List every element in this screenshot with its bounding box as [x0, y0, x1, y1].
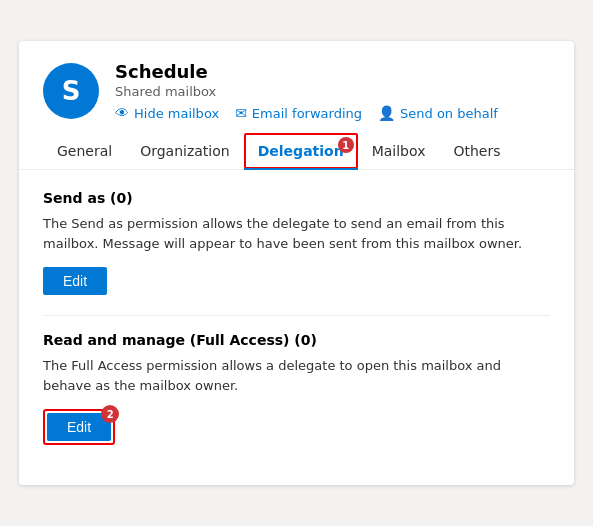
tab-organization[interactable]: Organization	[126, 133, 244, 169]
tab-mailbox[interactable]: Mailbox	[358, 133, 440, 169]
section-divider	[43, 315, 550, 316]
send-as-edit-button[interactable]: Edit	[43, 267, 107, 295]
send-as-title: Send as (0)	[43, 190, 550, 206]
tab-others[interactable]: Others	[439, 133, 514, 169]
main-card: S Schedule Shared mailbox 👁 Hide mailbox…	[19, 41, 574, 485]
avatar: S	[43, 63, 99, 119]
delegation-badge: 1	[338, 137, 354, 153]
send-on-behalf-label: Send on behalf	[400, 106, 498, 121]
email-forwarding-label: Email forwarding	[252, 106, 362, 121]
hide-mailbox-link[interactable]: 👁 Hide mailbox	[115, 105, 219, 121]
header-info: Schedule Shared mailbox 👁 Hide mailbox ✉…	[115, 61, 498, 121]
email-forwarding-link[interactable]: ✉ Email forwarding	[235, 105, 362, 121]
tabs-bar: General Organization Delegation 1 Mailbo…	[19, 133, 574, 170]
edit-button-highlight: Edit 2	[43, 409, 115, 445]
edit-button-wrapper: Edit 2	[47, 413, 111, 441]
mailbox-subtitle: Shared mailbox	[115, 84, 498, 99]
send-as-section: Send as (0) The Send as permission allow…	[43, 190, 550, 295]
read-manage-description: The Full Access permission allows a dele…	[43, 356, 550, 395]
read-manage-title: Read and manage (Full Access) (0)	[43, 332, 550, 348]
person-icon: 👤	[378, 105, 395, 121]
mailbox-title: Schedule	[115, 61, 498, 82]
tab-delegation[interactable]: Delegation 1	[244, 133, 358, 169]
send-on-behalf-link[interactable]: 👤 Send on behalf	[378, 105, 498, 121]
tab-general[interactable]: General	[43, 133, 126, 169]
email-icon: ✉	[235, 105, 247, 121]
read-manage-section: Read and manage (Full Access) (0) The Fu…	[43, 332, 550, 445]
eye-icon: 👁	[115, 105, 129, 121]
avatar-letter: S	[62, 76, 81, 106]
header: S Schedule Shared mailbox 👁 Hide mailbox…	[19, 41, 574, 133]
edit-button-badge: 2	[101, 405, 119, 423]
content-area: Send as (0) The Send as permission allow…	[19, 170, 574, 485]
header-actions: 👁 Hide mailbox ✉ Email forwarding 👤 Send…	[115, 105, 498, 121]
hide-mailbox-label: Hide mailbox	[134, 106, 219, 121]
send-as-description: The Send as permission allows the delega…	[43, 214, 550, 253]
